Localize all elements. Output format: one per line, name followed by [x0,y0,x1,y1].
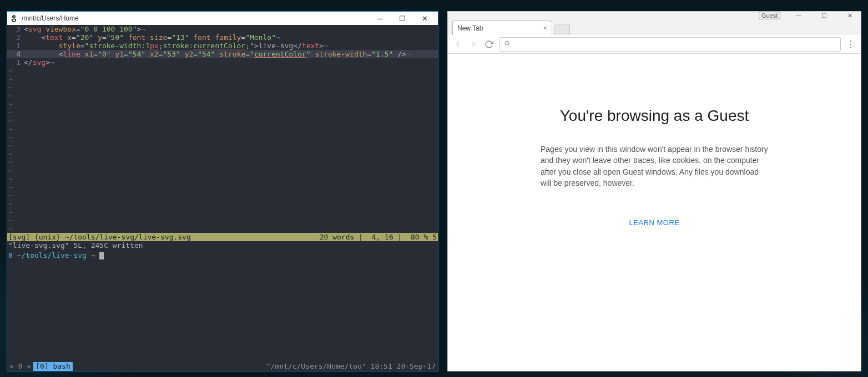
maximize-button[interactable]: ☐ [391,12,413,25]
empty-line: ~ [7,158,438,166]
empty-line: ~ [7,150,438,158]
empty-line: ~ [7,166,438,175]
omnibox[interactable] [499,37,841,52]
empty-line: ~ [7,75,438,83]
guest-body: Pages you view in this window won't appe… [541,144,768,188]
empty-line: ~ [7,175,438,183]
svg-point-4 [14,16,15,17]
back-icon[interactable] [452,39,463,50]
svg-point-3 [13,16,13,17]
cursor-icon [99,252,104,259]
tabstrip: New Tab × [448,19,861,35]
empty-line: ~ [7,125,438,133]
empty-line: ~ [7,191,438,200]
tab-new-tab[interactable]: New Tab × [452,21,552,35]
empty-line: ~ [7,67,438,75]
browser-chrome: Guest ─ ☐ ✕ New Tab × ⋮ [448,12,861,54]
new-tab-button[interactable] [554,24,570,35]
empty-line: ~ [7,208,438,216]
code-line[interactable]: 2 <text x="20" y="50" font-size="13" fon… [7,33,438,42]
tux-icon [9,14,18,23]
vim-message: "live-svg.svg" 5L, 245C written [7,241,438,249]
vim-editor[interactable]: 3 <svg viewbox="0 0 100 100">¬ 2 <text x… [7,25,438,233]
empty-line: ~ [7,116,438,125]
forward-icon[interactable] [468,39,479,50]
svg-point-5 [505,41,509,45]
empty-line: ~ [7,183,438,191]
close-button[interactable]: ✕ [842,12,857,19]
guest-heading: You're browsing as a Guest [560,107,749,125]
tmux-statusbar: » 0 »[0] bash "/mnt/c/Users/Home/too" 18… [7,362,438,371]
code-line[interactable]: 1 style="stroke-width:1px;stroke:current… [7,42,438,50]
learn-more-link[interactable]: LEARN MORE [629,218,680,227]
empty-line: ~ [7,91,438,100]
code-line[interactable]: 1 </svg>¬ [7,58,438,67]
svg-point-2 [13,19,16,22]
empty-line: ~ [7,100,438,108]
empty-line: ~ [7,141,438,150]
empty-line: ~ [7,83,438,91]
minimize-button[interactable]: ─ [369,12,391,25]
code-line[interactable]: 3 <svg viewbox="0 0 100 100">¬ [7,25,438,33]
terminal-titlebar[interactable]: /mnt/c/Users/Home ─ ☐ ✕ [7,12,438,25]
empty-line: ~ [7,216,438,225]
shell-pane[interactable]: 0 ~/tools/live-svg → [7,249,438,362]
search-icon [504,40,511,48]
vim-statusline: [svg] {unix} ~/tools/live-svg/live-svg.s… [7,233,438,241]
close-icon[interactable]: × [543,24,547,32]
empty-line: ~ [7,133,438,141]
empty-line: ~ [7,108,438,116]
omnibox-input[interactable] [514,40,836,48]
browser-content: You're browsing as a Guest Pages you vie… [448,54,861,371]
terminal-window: /mnt/c/Users/Home ─ ☐ ✕ 3 <svg viewbox="… [7,11,438,371]
browser-window: Guest ─ ☐ ✕ New Tab × ⋮ You're browsing … [447,11,861,371]
minimize-button[interactable]: ─ [791,12,806,19]
guest-badge: Guest [759,12,780,19]
empty-line: ~ [7,200,438,208]
close-button[interactable]: ✕ [413,12,436,25]
empty-line: ~ [7,225,438,233]
code-line-current[interactable]: 4 <line x1="0" y1="54" x2="53" y2="54" s… [7,50,438,58]
toolbar: ⋮ [448,35,861,54]
reload-icon[interactable] [483,39,494,50]
menu-icon[interactable]: ⋮ [845,39,856,49]
maximize-button[interactable]: ☐ [816,12,832,19]
shell-prompt[interactable]: 0 ~/tools/live-svg → [7,251,438,259]
terminal-title: /mnt/c/Users/Home [22,14,369,22]
